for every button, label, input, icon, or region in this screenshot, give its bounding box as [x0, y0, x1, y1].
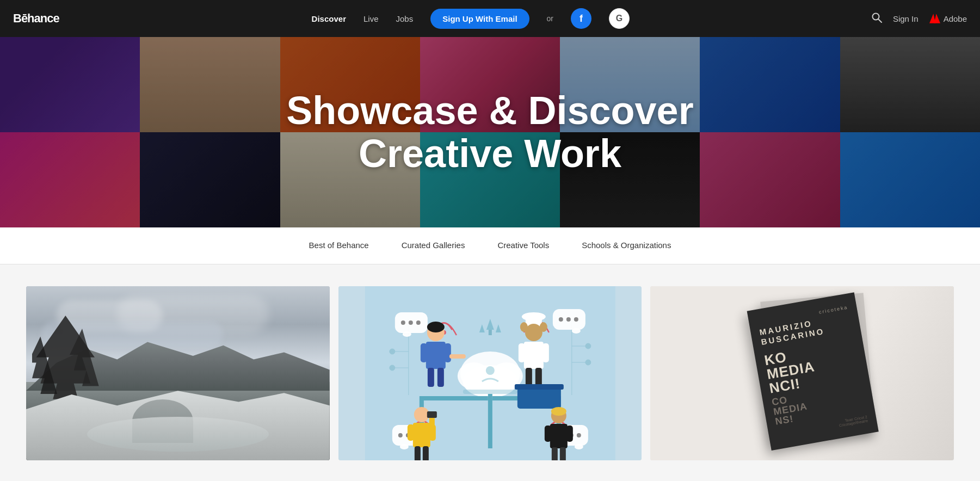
svg-point-51 [427, 322, 444, 332]
tech-svg [338, 286, 642, 460]
facebook-signin-button[interactable]: f [571, 8, 591, 29]
svg-rect-68 [517, 387, 560, 409]
svg-point-70 [414, 407, 429, 422]
gallery-section: cricoteka MAURIZIOBUSCARINO KOMEDIANCI! … [0, 264, 980, 481]
bw-trees-left [32, 316, 99, 399]
svg-point-31 [402, 331, 411, 337]
gallery-card-bw-landscape[interactable] [26, 286, 330, 460]
google-signin-button[interactable]: G [609, 8, 630, 29]
svg-rect-75 [422, 446, 428, 460]
svg-rect-64 [518, 343, 525, 362]
svg-rect-54 [444, 343, 451, 362]
svg-rect-69 [514, 384, 563, 390]
tab-best-of-behance[interactable]: Best of Behance [309, 238, 369, 253]
hero-title: Showcase & Discover Creative Work [286, 89, 693, 175]
svg-rect-56 [437, 368, 443, 387]
svg-rect-71 [412, 423, 430, 447]
book-author: MAURIZIOBUSCARINO [759, 317, 825, 347]
book-title-large: KOMEDIANCI! [763, 345, 818, 395]
navbar: Bēhance Discover Live Jobs Sign Up With … [0, 0, 980, 37]
svg-point-41 [399, 444, 408, 449]
search-button[interactable] [871, 12, 882, 26]
svg-rect-65 [542, 343, 548, 362]
svg-point-49 [576, 433, 581, 437]
book-publisher: cricoteka [818, 305, 848, 315]
search-icon [871, 12, 882, 23]
svg-rect-86 [488, 330, 491, 335]
card-tech-inner [338, 286, 642, 460]
svg-point-36 [571, 328, 580, 334]
svg-rect-66 [525, 368, 532, 387]
signup-button[interactable]: Sign Up With Email [430, 9, 529, 29]
card-book-inner: cricoteka MAURIZIOBUSCARINO KOMEDIANCI! … [650, 286, 954, 460]
svg-point-14 [585, 343, 590, 349]
svg-rect-21 [488, 394, 492, 448]
svg-rect-72 [407, 424, 414, 441]
nav-discover[interactable]: Discover [312, 14, 346, 23]
svg-point-9 [389, 349, 395, 354]
svg-rect-74 [414, 446, 420, 460]
nav-live[interactable]: Live [363, 14, 379, 23]
svg-point-34 [416, 320, 420, 325]
svg-rect-53 [420, 343, 427, 362]
adobe-logo[interactable]: Adobe [929, 13, 967, 24]
logo[interactable]: Bēhance [13, 11, 59, 26]
adobe-label: Adobe [944, 14, 967, 23]
svg-line-1 [878, 19, 882, 22]
gallery-card-book[interactable]: cricoteka MAURIZIOBUSCARINO KOMEDIANCI! … [650, 286, 954, 460]
svg-point-61 [520, 322, 527, 332]
hero-section: Showcase & Discover Creative Work [0, 37, 980, 227]
svg-rect-67 [535, 368, 541, 387]
or-text: or [547, 14, 553, 23]
tech-illustration [338, 286, 642, 460]
book-small-text: Teatr Cricot 2Cricotage/theatre [838, 415, 868, 427]
navbar-right: Sign In Adobe [871, 12, 967, 26]
navbar-center: Discover Live Jobs Sign Up With Email or… [81, 8, 860, 29]
adobe-icon [929, 13, 940, 24]
svg-rect-52 [426, 342, 445, 369]
svg-point-79 [551, 407, 566, 416]
svg-point-62 [539, 322, 547, 332]
gallery-card-tech[interactable] [338, 286, 642, 460]
signin-link[interactable]: Sign In [893, 14, 919, 23]
book-design: cricoteka MAURIZIOBUSCARINO KOMEDIANCI! … [650, 286, 954, 460]
svg-point-89 [485, 366, 494, 375]
svg-point-10 [389, 365, 395, 371]
book-title-block: KOMEDIANCI! COMEDIANS! [763, 345, 824, 426]
svg-point-59 [521, 312, 545, 321]
svg-rect-82 [566, 425, 572, 442]
tab-schools-organizations[interactable]: Schools & Organizations [582, 238, 671, 253]
gallery-grid: cricoteka MAURIZIOBUSCARINO KOMEDIANCI! … [26, 286, 954, 460]
svg-rect-22 [419, 396, 488, 400]
svg-rect-55 [427, 368, 434, 387]
svg-point-46 [574, 444, 583, 449]
svg-point-33 [408, 320, 412, 325]
svg-point-39 [574, 317, 578, 322]
tab-creative-tools[interactable]: Creative Tools [497, 238, 549, 253]
tabs-inner: Best of Behance Curated Galleries Creati… [0, 227, 980, 264]
svg-rect-63 [523, 342, 543, 369]
svg-rect-83 [551, 447, 557, 460]
svg-rect-84 [559, 447, 565, 460]
svg-point-38 [566, 317, 570, 322]
svg-point-37 [558, 317, 563, 322]
svg-rect-20 [463, 390, 517, 394]
svg-rect-76 [429, 416, 434, 435]
tabs-section: Best of Behance Curated Galleries Creati… [0, 227, 980, 264]
bw-rocks [87, 417, 269, 452]
hero-overlay: Showcase & Discover Creative Work [0, 37, 980, 227]
svg-point-32 [400, 320, 405, 325]
nav-jobs[interactable]: Jobs [396, 14, 414, 23]
svg-rect-81 [544, 425, 551, 442]
card-bw-landscape-inner [26, 286, 330, 460]
svg-rect-80 [550, 424, 567, 448]
svg-point-15 [585, 360, 590, 365]
svg-rect-77 [427, 411, 436, 418]
tab-curated-galleries[interactable]: Curated Galleries [402, 238, 465, 253]
svg-point-42 [398, 433, 402, 437]
svg-rect-57 [449, 354, 465, 359]
